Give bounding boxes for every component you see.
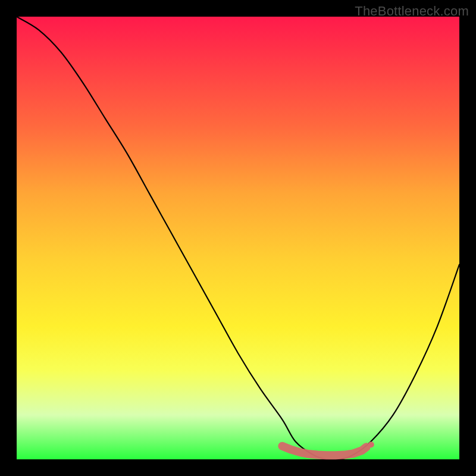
chart-frame: TheBottleneck.com (0, 0, 476, 476)
bottleneck-curve (17, 17, 459, 460)
highlight-end-dot (368, 441, 374, 447)
plot-area (17, 17, 459, 459)
highlight-band (282, 446, 366, 456)
watermark-text: TheBottleneck.com (355, 4, 469, 19)
curve-layer (17, 17, 459, 459)
highlighted-range (282, 441, 374, 455)
